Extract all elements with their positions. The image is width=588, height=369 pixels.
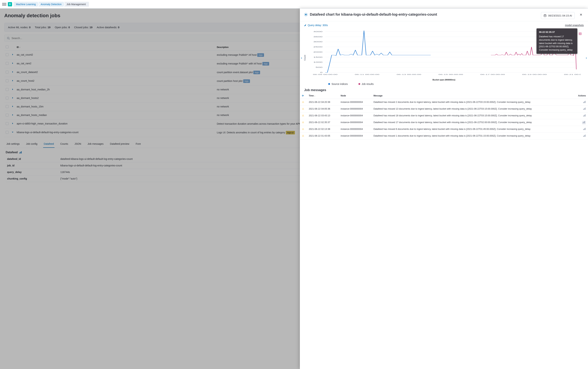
svg-rect-53 xyxy=(585,128,586,130)
msg-col-time[interactable]: Time xyxy=(309,94,314,97)
svg-text:3500: 3500 xyxy=(313,36,323,38)
svg-text:2000: 2000 xyxy=(313,51,323,53)
svg-text:06-19 00:00:00: 06-19 00:00:00 xyxy=(522,74,547,75)
messages-table: ⟳ Time ↓ Node Message Actions ⚠ 2021-06-… xyxy=(300,93,588,139)
msg-node: instance-0000000004 xyxy=(339,113,371,119)
close-icon[interactable]: ✕ xyxy=(578,12,584,17)
datafeed-chart: ‹ › Count 06-22 02:35:37 Datafeed has mi… xyxy=(300,28,588,87)
edit-query-delay-link[interactable]: Query delay: 300s xyxy=(304,24,328,27)
chart-xlabel: Bucket span (900000ms) xyxy=(307,79,581,81)
msg-text: Datafeed has missed 1 documents due to i… xyxy=(371,133,573,139)
sort-desc-icon: ↓ xyxy=(314,95,315,97)
svg-rect-49 xyxy=(584,122,584,123)
svg-text:06-13 00:00:00: 06-13 00:00:00 xyxy=(397,74,421,75)
svg-text:06-15 00:00:00: 06-15 00:00:00 xyxy=(438,74,463,75)
msg-node: instance-0000000004 xyxy=(339,133,371,139)
view-in-chart-button[interactable] xyxy=(583,101,586,104)
msg-node: instance-0000000004 xyxy=(339,99,371,106)
svg-rect-44 xyxy=(585,108,586,110)
msg-time: 2021-06-22 03:43:13 xyxy=(307,113,339,119)
view-in-chart-button[interactable] xyxy=(583,135,586,137)
svg-rect-41 xyxy=(585,101,586,103)
breadcrumb-ml[interactable]: Machine Learning xyxy=(13,2,39,7)
svg-rect-51 xyxy=(583,129,584,130)
legend-results[interactable]: Job results xyxy=(362,82,374,85)
svg-rect-48 xyxy=(583,122,583,123)
chart-prev-button[interactable]: ‹ xyxy=(301,56,302,60)
svg-text:0: 0 xyxy=(320,72,323,73)
svg-text:06-11 00:00:00: 06-11 00:00:00 xyxy=(355,74,380,75)
svg-rect-47 xyxy=(585,114,586,116)
message-row: ⚠ 2021-06-22 03:43:13 instance-000000000… xyxy=(300,113,588,119)
svg-rect-42 xyxy=(583,109,584,110)
msg-text: Datafeed has missed 17 documents due to … xyxy=(371,119,573,126)
breadcrumb-anomaly[interactable]: Anomaly Detection xyxy=(38,2,65,7)
svg-rect-50 xyxy=(584,121,585,123)
message-row: ⚠ 2021-06-22 02:35:37 instance-000000000… xyxy=(300,119,588,126)
msg-time: 2021-06-22 01:43:05 xyxy=(307,133,339,139)
view-in-chart-button[interactable] xyxy=(583,108,586,111)
msg-time: 2021-06-22 02:35:37 xyxy=(307,119,339,126)
warning-icon: ⚠ xyxy=(302,107,304,110)
svg-rect-45 xyxy=(583,116,584,116)
svg-rect-52 xyxy=(584,128,585,130)
svg-text:3000: 3000 xyxy=(313,41,323,43)
flyout-title: Datafeed chart for kibana-logs-ui-defaul… xyxy=(310,12,539,17)
message-row: ⚠ 2021-06-22 04:20:38 instance-000000000… xyxy=(300,99,588,106)
datafeed-flyout: Datafeed chart for kibana-logs-ui-defaul… xyxy=(300,9,588,369)
svg-rect-56 xyxy=(585,135,586,137)
svg-rect-55 xyxy=(584,135,585,137)
calendar-icon xyxy=(544,14,547,17)
breadcrumb: Machine Learning Anomaly Detection Job M… xyxy=(13,2,89,7)
msg-time: 2021-06-22 02:13:38 xyxy=(307,126,339,133)
chart-tooltip: 06-22 02:35:37 Datafeed has missed 17 do… xyxy=(537,28,577,54)
message-row: ⚠ 2021-06-22 01:43:05 instance-000000000… xyxy=(300,133,588,139)
svg-rect-11 xyxy=(579,33,581,35)
svg-text:2500: 2500 xyxy=(313,46,323,48)
warning-icon: ⚠ xyxy=(302,121,304,123)
view-in-chart-button[interactable] xyxy=(583,114,586,117)
chart-next-button[interactable]: › xyxy=(586,56,587,60)
svg-text:1500: 1500 xyxy=(313,56,323,58)
msg-col-node[interactable]: Node xyxy=(339,93,371,99)
svg-point-6 xyxy=(305,14,306,15)
msg-text: Datafeed has missed 6 documents due to i… xyxy=(371,126,573,133)
tooltip-body: Datafeed has missed 17 documents due to … xyxy=(539,35,575,52)
msg-time: 2021-06-22 04:05:36 xyxy=(307,106,339,113)
svg-text:500: 500 xyxy=(316,66,323,68)
pencil-icon xyxy=(304,24,307,26)
query-delay-label: Query delay: 300s xyxy=(308,24,328,27)
chart-ylabel: Count xyxy=(304,55,306,61)
svg-text:06-09 00:00:00: 06-09 00:00:00 xyxy=(313,74,338,75)
svg-text:4000: 4000 xyxy=(313,31,323,32)
annotation-marker-icon[interactable] xyxy=(579,32,582,36)
warning-icon: ⚠ xyxy=(302,114,304,117)
refresh-icon[interactable]: ⟳ xyxy=(302,94,304,97)
legend-source[interactable]: Source indices xyxy=(332,82,348,85)
view-in-chart-button[interactable] xyxy=(582,121,586,124)
view-in-chart-button[interactable] xyxy=(583,128,586,131)
tooltip-title: 06-22 02:35:37 xyxy=(539,31,575,34)
legend-dot-source xyxy=(328,83,330,85)
svg-rect-43 xyxy=(584,108,585,110)
model-snapshots-link[interactable]: model snapshots xyxy=(565,24,584,27)
breadcrumb-jobmgmt: Job Management xyxy=(64,2,89,7)
warning-icon: ⚠ xyxy=(302,101,304,103)
msg-node: instance-0000000004 xyxy=(339,119,371,126)
svg-text:06-21 00:00:00: 06-21 00:00:00 xyxy=(564,74,581,75)
hamburger-menu[interactable] xyxy=(2,2,6,6)
date-range-text: 06/23/2021 04:15 AI xyxy=(548,14,572,17)
svg-rect-54 xyxy=(583,136,584,137)
date-range-picker[interactable]: 06/23/2021 04:15 AI xyxy=(541,12,575,19)
message-row: ⚠ 2021-06-22 04:05:36 instance-000000000… xyxy=(300,106,588,113)
msg-col-message[interactable]: Message xyxy=(371,93,573,99)
warning-icon: ⚠ xyxy=(302,134,304,137)
svg-rect-7 xyxy=(544,15,546,17)
svg-rect-46 xyxy=(584,115,585,116)
msg-text: Datafeed has missed 18 documents due to … xyxy=(371,113,573,119)
job-messages-heading: Job messages xyxy=(300,87,588,93)
msg-text: Datafeed has missed 13 documents due to … xyxy=(371,106,573,113)
svg-text:06-17 00:00:00: 06-17 00:00:00 xyxy=(480,74,505,75)
chart-legend: Source indices Job results xyxy=(307,81,581,85)
app-logo[interactable]: D xyxy=(8,2,12,6)
